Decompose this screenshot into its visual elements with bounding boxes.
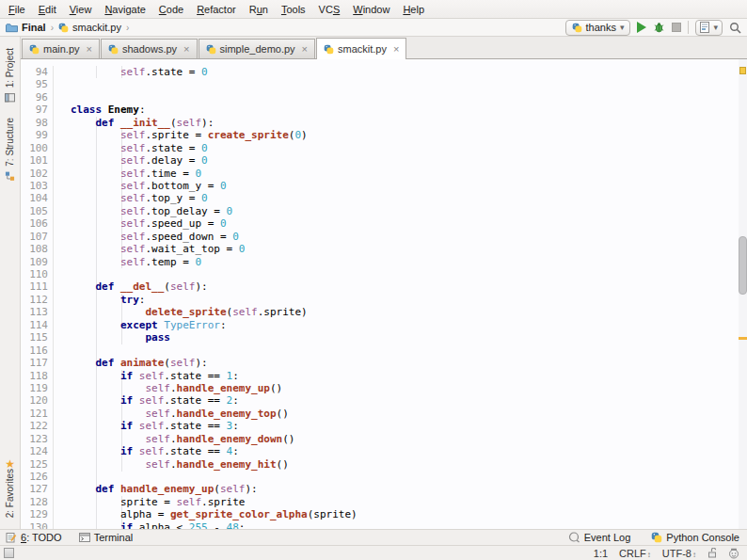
close-icon[interactable]: × xyxy=(183,43,189,55)
coverage-dropdown[interactable]: ▾ xyxy=(695,20,723,36)
toggle-tool-buttons-icon[interactable] xyxy=(4,548,14,558)
code-line[interactable]: 100 self.state = 0 xyxy=(21,142,739,154)
code-line[interactable]: 106 self.speed_up = 0 xyxy=(21,217,739,230)
tab-smackit-py[interactable]: smackit.py× xyxy=(316,38,406,59)
code-line[interactable]: 120 if self.state == 2: xyxy=(21,394,739,407)
tab-simple_demo-py[interactable]: simple_demo.py× xyxy=(199,39,316,58)
menu-code[interactable]: Code xyxy=(152,2,190,17)
breadcrumb-item[interactable]: smackit.py xyxy=(58,22,121,33)
code-line[interactable]: 113 delete_sprite(self.sprite) xyxy=(21,306,739,318)
code-line[interactable]: 122 if self.state == 3: xyxy=(21,420,739,432)
todo-tool-button[interactable]: 6: TODO xyxy=(6,532,62,543)
menu-run[interactable]: Run xyxy=(243,2,275,17)
close-icon[interactable]: × xyxy=(87,43,92,55)
event-log-button[interactable]: Event Log xyxy=(568,532,631,543)
code-line[interactable]: 129 alpha = get_sprite_color_alpha(sprit… xyxy=(21,508,739,520)
menu-help[interactable]: Help xyxy=(396,2,431,17)
readonly-lock-icon[interactable] xyxy=(707,548,717,558)
code-line[interactable]: 126 xyxy=(21,471,739,483)
code-line[interactable]: 111 def __del__(self): xyxy=(21,280,739,293)
code-line[interactable]: 121 self.handle_enemy_top() xyxy=(21,408,739,420)
close-icon[interactable]: × xyxy=(302,43,308,55)
error-stripe-ruler[interactable] xyxy=(739,59,747,529)
debug-button[interactable] xyxy=(653,22,665,34)
breadcrumb-label: Final xyxy=(22,22,46,33)
menu-refactor[interactable]: Refactor xyxy=(190,2,243,17)
updown-icon: ↕ xyxy=(692,551,696,559)
code-line[interactable]: 123 self.handle_enemy_down() xyxy=(21,433,739,445)
menu-navigate[interactable]: Navigate xyxy=(98,2,151,17)
code-line[interactable]: 105 self.top_delay = 0 xyxy=(21,205,739,217)
line-number: 94 xyxy=(21,66,54,78)
code-line[interactable]: 103 self.bottom_y = 0 xyxy=(21,180,739,192)
stop-button[interactable] xyxy=(672,23,681,32)
code-line[interactable]: 104 self.top_y = 0 xyxy=(21,192,739,204)
sidebar-item-structure[interactable]: 7: Structure xyxy=(5,110,15,189)
code-line[interactable]: 112 try: xyxy=(21,294,739,306)
menu-view[interactable]: View xyxy=(63,2,99,17)
run-configuration-select[interactable]: thanks ▾ xyxy=(565,20,631,36)
line-ending-selector[interactable]: CRLF↕ xyxy=(619,548,651,559)
run-toolbar: thanks ▾ ▾ xyxy=(565,20,741,36)
code-line[interactable]: 128 sprite = self.sprite xyxy=(21,496,739,508)
code-line[interactable]: 117 def animate(self): xyxy=(21,357,739,369)
code-line[interactable]: 94 self.state = 0 xyxy=(21,66,739,78)
line-number: 95 xyxy=(21,78,54,90)
menu-edit[interactable]: Edit xyxy=(32,2,63,17)
tab-main-py[interactable]: main.py× xyxy=(22,39,100,58)
code-line[interactable]: 99 self.sprite = create_sprite(0) xyxy=(21,129,739,141)
code-line[interactable]: 96 xyxy=(21,91,739,104)
code-line[interactable]: 101 self.delay = 0 xyxy=(21,154,739,167)
close-icon[interactable]: × xyxy=(393,43,399,55)
code-line[interactable]: 115 pass xyxy=(21,331,739,344)
sidebar-item-project[interactable]: 1: Project xyxy=(5,40,15,110)
code-line[interactable]: 98 def __init__(self): xyxy=(21,117,739,129)
menu-tools[interactable]: Tools xyxy=(275,2,312,17)
python-file-icon xyxy=(29,44,40,55)
code-text: pass xyxy=(54,331,170,344)
code-line[interactable]: 109 self.temp = 0 xyxy=(21,256,739,268)
line-number: 96 xyxy=(21,91,54,104)
code-line[interactable]: 114 except TypeError: xyxy=(21,319,739,331)
code-line[interactable]: 95 xyxy=(21,78,739,90)
menu-vcs[interactable]: VCS xyxy=(312,2,347,17)
code-line[interactable]: 118 if self.state == 1: xyxy=(21,370,739,382)
code-line[interactable]: 108 self.wait_at_top = 0 xyxy=(21,243,739,255)
tab-shadows-py[interactable]: shadows.py× xyxy=(101,39,198,58)
bug-icon xyxy=(653,22,665,34)
menu-window[interactable]: Window xyxy=(346,2,396,17)
warning-stripe-mark[interactable] xyxy=(739,67,746,74)
code-line[interactable]: 125 self.handle_enemy_hit() xyxy=(21,458,739,471)
sidebar-label-favorites: 2: Favorites xyxy=(5,469,15,518)
code-line[interactable]: 119 self.handle_enemy_up() xyxy=(21,382,739,394)
code-line[interactable]: 127 def handle_enemy_up(self): xyxy=(21,483,739,495)
run-button[interactable] xyxy=(637,22,646,33)
inspection-profile-icon[interactable] xyxy=(728,548,739,559)
code-text: self.handle_enemy_up() xyxy=(54,382,282,394)
line-number: 126 xyxy=(21,471,54,483)
terminal-tool-button[interactable]: Terminal xyxy=(79,532,134,543)
code-line[interactable]: 107 self.speed_down = 0 xyxy=(21,231,739,243)
code-line[interactable]: 102 self.time = 0 xyxy=(21,168,739,180)
code-line[interactable]: 124 if self.state == 4: xyxy=(21,445,739,457)
vertical-scrollbar-thumb[interactable] xyxy=(739,236,747,295)
search-everywhere-button[interactable] xyxy=(729,22,741,34)
code-editor[interactable]: 94 self.state = 0959697class Enemy:98 de… xyxy=(21,59,747,529)
breadcrumb-item[interactable]: Final xyxy=(6,22,46,33)
code-line[interactable]: 97class Enemy: xyxy=(21,104,739,116)
pycharm-window: FileEditViewNavigateCodeRefactorRunTools… xyxy=(0,0,747,560)
python-console-button[interactable]: Python Console xyxy=(651,532,739,543)
line-number: 124 xyxy=(21,445,54,457)
caret-position[interactable]: 1:1 xyxy=(594,548,608,559)
line-number: 125 xyxy=(21,458,54,471)
line-number: 98 xyxy=(21,117,54,129)
code-line[interactable]: 110 xyxy=(21,268,739,280)
search-icon xyxy=(729,22,741,34)
menu-file[interactable]: File xyxy=(2,2,32,17)
sidebar-item-favorites[interactable]: 2: Favorites ★ xyxy=(5,456,15,525)
warning-stripe-mark[interactable] xyxy=(739,337,747,340)
code-line[interactable]: 116 xyxy=(21,344,739,357)
todo-label: 6: TODO xyxy=(21,532,62,543)
code-line[interactable]: 130 if alpha < 255 - 48: xyxy=(21,521,739,529)
encoding-selector[interactable]: UTF-8↕ xyxy=(662,548,696,559)
